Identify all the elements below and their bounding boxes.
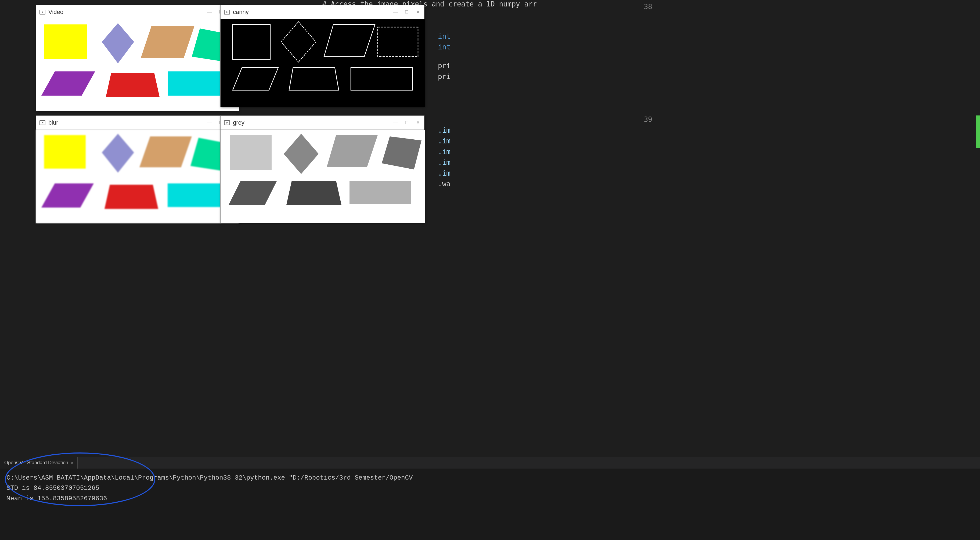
shape-orange-parallelogram xyxy=(141,24,194,61)
canny-window: canny — □ × xyxy=(220,5,425,107)
line-number-38: 38 xyxy=(638,0,658,13)
blur-red-trap xyxy=(105,183,158,211)
blur-titlebar: blur — □ × xyxy=(36,116,238,130)
terminal-tab-close[interactable]: × xyxy=(71,461,73,465)
grey-window-icon xyxy=(223,119,231,127)
blur-purple-para xyxy=(41,182,94,210)
blur-cyan-rect xyxy=(168,183,225,207)
svg-marker-24 xyxy=(226,122,228,124)
code-snippet-int1: int xyxy=(438,32,450,40)
grey-close-button[interactable]: × xyxy=(415,119,422,126)
svg-marker-11 xyxy=(324,24,375,57)
svg-marker-26 xyxy=(327,135,378,167)
svg-marker-2 xyxy=(102,23,134,64)
canny-parallelogram xyxy=(323,23,376,59)
video-canvas xyxy=(36,19,239,111)
canny-window-title: canny xyxy=(233,9,392,16)
shape-red-trapezoid xyxy=(106,71,159,100)
blur-window-title: blur xyxy=(48,119,206,126)
terminal-panel: OpenCV - Standard Deviation × C:\Users\A… xyxy=(0,457,980,540)
blur-orange-para xyxy=(139,135,192,170)
grey-quad-topright xyxy=(382,135,422,172)
grey-window-title: grey xyxy=(233,119,392,126)
svg-marker-28 xyxy=(229,181,277,205)
svg-marker-25 xyxy=(284,134,318,174)
canny-diamond xyxy=(280,21,317,65)
svg-marker-19 xyxy=(139,137,192,167)
code-snippet-pri2: pri xyxy=(438,73,450,81)
grey-canvas xyxy=(221,130,425,223)
svg-marker-18 xyxy=(102,134,134,173)
canny-maximize-button[interactable]: □ xyxy=(403,9,410,16)
canny-window-controls: — □ × xyxy=(392,9,422,16)
svg-marker-22 xyxy=(105,185,158,209)
grey-window: grey — □ × xyxy=(220,116,425,223)
canny-minimize-button[interactable]: — xyxy=(392,9,399,16)
svg-marker-21 xyxy=(41,183,94,208)
canny-rect-bottom-right xyxy=(350,66,414,93)
blur-diamond xyxy=(100,132,135,175)
blur-yellow-square xyxy=(44,135,86,168)
video-minimize-button[interactable]: — xyxy=(206,9,213,16)
canny-trapezoid-bottom xyxy=(288,66,342,93)
shape-purple-parallelogram xyxy=(41,70,95,98)
svg-marker-13 xyxy=(233,67,278,90)
svg-marker-6 xyxy=(106,73,159,97)
svg-marker-27 xyxy=(382,137,422,170)
canny-titlebar: canny — □ × xyxy=(221,5,424,19)
code-snippet-im1: .im xyxy=(438,126,450,134)
grey-square xyxy=(230,135,272,170)
terminal-output-std: STD is 84.85503707051265 xyxy=(6,483,974,493)
svg-rect-9 xyxy=(233,24,270,59)
blur-window-icon xyxy=(39,119,46,127)
svg-marker-3 xyxy=(141,26,194,58)
code-snippet-int2: int xyxy=(438,43,450,51)
svg-marker-29 xyxy=(286,181,342,205)
terminal-command-line: C:\Users\ASM-BATATI\AppData\Local\Progra… xyxy=(6,473,974,483)
grey-parallelogram xyxy=(325,134,379,170)
blur-canvas xyxy=(36,130,239,223)
terminal-output: C:\Users\ASM-BATATI\AppData\Local\Progra… xyxy=(0,469,980,508)
svg-marker-1 xyxy=(42,11,43,13)
code-snippet-im2: .im xyxy=(438,137,450,145)
code-snippet-im3: .im xyxy=(438,148,450,156)
code-snippet-wa: .wa xyxy=(438,180,450,188)
scrollbar-indicator[interactable] xyxy=(976,116,980,148)
svg-rect-15 xyxy=(351,67,413,90)
canny-para-bottom-left xyxy=(231,66,280,93)
canny-window-icon xyxy=(223,8,231,16)
video-window-title: Video xyxy=(48,9,206,16)
terminal-tab-label: OpenCV - Standard Deviation xyxy=(4,460,68,465)
canny-square xyxy=(231,23,272,62)
video-window: Video — □ × xyxy=(36,5,239,111)
code-snippet-im5: .im xyxy=(438,169,450,177)
svg-marker-14 xyxy=(289,67,339,90)
grey-window-controls: — □ × xyxy=(392,119,422,126)
line-number-39: 39 xyxy=(638,113,658,126)
grey-minimize-button[interactable]: — xyxy=(392,119,399,126)
blur-window: blur — □ × xyxy=(36,116,239,223)
svg-marker-8 xyxy=(226,11,228,13)
svg-marker-10 xyxy=(281,22,316,62)
blur-minimize-button[interactable]: — xyxy=(206,119,213,126)
terminal-tab-opencv[interactable]: OpenCV - Standard Deviation × xyxy=(0,457,78,469)
grey-light-rect xyxy=(350,181,411,204)
video-window-icon xyxy=(39,8,46,16)
video-titlebar: Video — □ × xyxy=(36,5,238,19)
svg-rect-12 xyxy=(378,27,418,57)
grey-dark-para-left xyxy=(229,179,278,208)
terminal-tabs-bar: OpenCV - Standard Deviation × xyxy=(0,457,980,469)
grey-dark-trap xyxy=(286,179,343,208)
code-snippet-pri1: pri xyxy=(438,62,450,70)
canny-dashed-rect xyxy=(376,26,419,59)
terminal-output-mean: Mean is 155.83589582679636 xyxy=(6,494,974,504)
grey-titlebar: grey — □ × xyxy=(221,116,424,130)
grey-diamond xyxy=(282,132,320,177)
svg-marker-17 xyxy=(42,122,43,124)
shape-yellow-square xyxy=(44,24,87,59)
canny-close-button[interactable]: × xyxy=(415,9,422,16)
shape-purple-diamond xyxy=(100,22,135,66)
svg-marker-5 xyxy=(41,71,95,95)
shape-cyan-rectangle xyxy=(168,71,227,95)
grey-maximize-button[interactable]: □ xyxy=(403,119,410,126)
